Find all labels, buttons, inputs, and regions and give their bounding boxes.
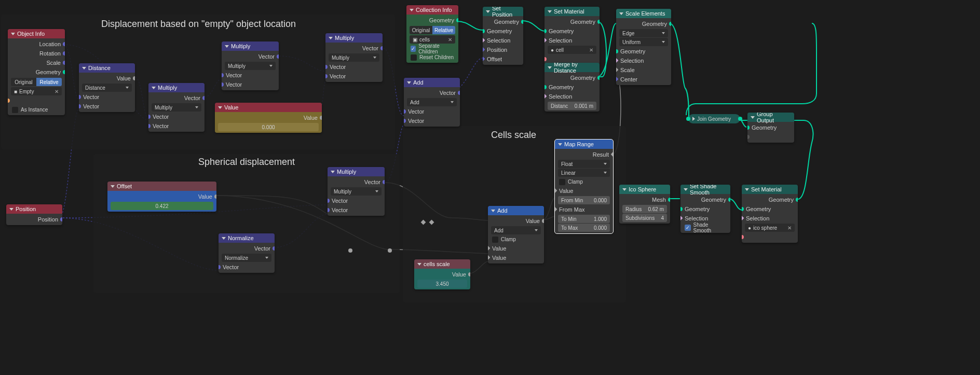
dropdown-mode[interactable]: Distance: [82, 84, 132, 92]
node-scale-elements[interactable]: Scale Elements Geometry Edge Uniform Geo…: [616, 9, 671, 85]
node-object-info[interactable]: Object Info Location Rotation Scale Geom…: [8, 29, 65, 115]
node-set-shade-smooth[interactable]: Set Shade Smooth Geometry Geometry Selec…: [680, 185, 730, 233]
clear-icon[interactable]: ✕: [55, 89, 59, 94]
reroute[interactable]: [348, 248, 352, 253]
node-header[interactable]: Object Info: [8, 29, 65, 38]
node-add-math[interactable]: Add Value Add Clamp Value Value: [488, 206, 544, 263]
node-add-vector[interactable]: Add Vector Add Vector Vector: [404, 78, 460, 127]
node-set-material-2[interactable]: Set Material Geometry Geometry Selection…: [742, 185, 798, 243]
node-map-range[interactable]: Map Range Result Float Linear Clamp Valu…: [555, 140, 613, 233]
frame-label-1: Displacement based on "empty" object loc…: [101, 19, 296, 30]
node-offset[interactable]: Offset Value 0.422: [107, 182, 216, 212]
node-set-position[interactable]: Set Position Geometry Geometry Selection…: [483, 7, 523, 65]
material-field[interactable]: ●cell✕: [548, 46, 596, 54]
node-multiply-3[interactable]: Multiply Vector Multiply Vector Vector: [325, 33, 383, 82]
node-value[interactable]: Value Value 0.000: [215, 103, 322, 133]
node-cells-scale[interactable]: cells scale Value 3.450: [414, 259, 470, 289]
checkbox-separate[interactable]: [411, 46, 416, 52]
frame-label-2: Spherical displacement: [198, 157, 295, 168]
node-group-output[interactable]: Group Output Geometry: [747, 113, 794, 143]
toggle-original-relative[interactable]: OriginalRelative: [11, 78, 62, 86]
object-field[interactable]: ■Empty✕: [11, 87, 62, 95]
checkbox-reset[interactable]: [411, 54, 417, 61]
reroute[interactable]: [388, 248, 392, 253]
value-field[interactable]: 0.000: [218, 123, 319, 131]
radius-field[interactable]: Radius0.62 m: [622, 205, 667, 213]
node-position[interactable]: Position Position: [6, 204, 62, 225]
node-distance[interactable]: Distance Value Distance Vector Vector: [79, 63, 135, 112]
checkbox-as-instance[interactable]: [12, 107, 18, 113]
node-ico-sphere[interactable]: Ico Sphere Mesh Radius0.62 m Subdivision…: [619, 185, 670, 224]
node-multiply-4[interactable]: Multiply Vector Multiply Vector Vector: [328, 167, 385, 216]
material-field-2[interactable]: ●ico sphere✕: [745, 224, 795, 232]
node-multiply-1[interactable]: Multiply Vector Multiply Vector Vector: [148, 83, 205, 132]
node-normalize[interactable]: Normalize Vector Normalize Vector: [219, 233, 275, 273]
node-join-geometry[interactable]: Join Geometry: [688, 114, 740, 123]
chevron-right-icon: [692, 117, 695, 121]
node-set-material-1[interactable]: Set Material Geometry Geometry Selection…: [545, 7, 600, 65]
node-collection-info[interactable]: Collection Info Geometry OriginalRelativ…: [406, 5, 458, 63]
offset-value[interactable]: 0.422: [111, 202, 213, 210]
cells-scale-value[interactable]: 3.450: [417, 280, 467, 288]
node-merge-distance[interactable]: Merge by Distance Geometry Geometry Sele…: [545, 63, 600, 112]
node-header[interactable]: Distance: [79, 63, 135, 73]
distance-field[interactable]: Distanc0.001 m: [548, 102, 596, 110]
frame-label-3: Cells scale: [491, 130, 536, 141]
subdiv-field[interactable]: Subdivisions4: [622, 214, 667, 222]
chevron-down-icon: [11, 33, 15, 35]
node-multiply-2[interactable]: Multiply Vector Multiply Vector Vector: [222, 41, 279, 90]
